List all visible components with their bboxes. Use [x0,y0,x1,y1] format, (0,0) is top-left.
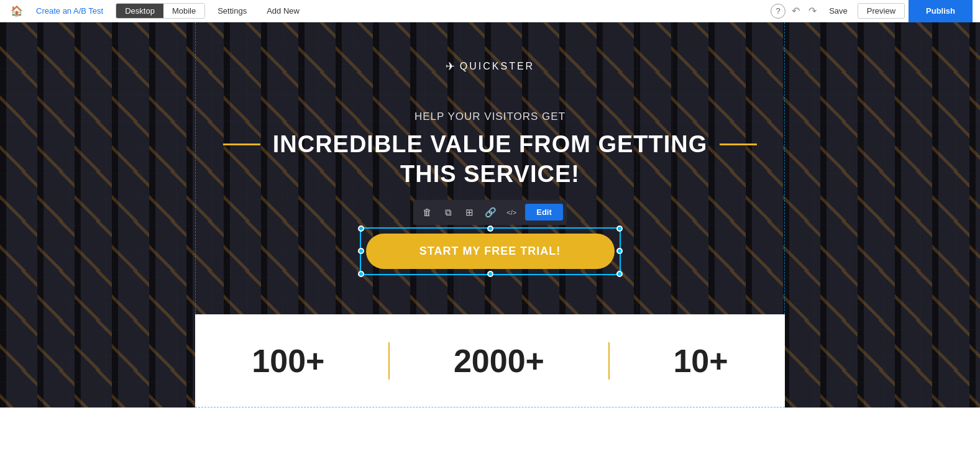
stat-value-3: 10+ [673,342,728,380]
logo-icon: ✈ [446,60,455,73]
stat-item-3: 10+ [673,342,728,380]
view-mode-group: Desktop Mobile [116,3,205,19]
handle-top-middle[interactable] [487,225,493,232]
undo-button[interactable]: ↶ [789,2,802,19]
save-button[interactable]: Save [823,4,854,18]
stat-item-1: 100+ [252,342,324,380]
publish-button[interactable]: Publish [909,0,973,22]
hero-subheadline: HELP YOUR VISITORS GET [414,111,566,123]
handle-top-right[interactable] [616,225,623,232]
handle-middle-left[interactable] [358,248,364,254]
code-icon: </> [506,209,516,216]
link-tool-button[interactable]: 🔗 [480,203,500,222]
desktop-view-button[interactable]: Desktop [116,4,163,18]
element-toolbar: 🗑 ⧉ ⊞ 🔗 </> Edit [413,200,567,225]
edit-tool-button[interactable]: Edit [525,204,563,221]
duplicate-icon: ⧉ [445,207,452,218]
preview-button[interactable]: Preview [858,3,905,19]
help-button[interactable]: ? [771,4,785,19]
topbar: 🏠 Create an A/B Test Desktop Mobile Sett… [0,0,980,22]
ab-test-link[interactable]: Create an A/B Test [31,6,108,16]
canvas-area: ✈ QUICKSTER HELP YOUR VISITORS GET INCRE… [0,22,980,469]
cta-button[interactable]: START MY FREE TRIAL! [366,234,615,269]
hero-content: ✈ QUICKSTER HELP YOUR VISITORS GET INCRE… [0,22,980,269]
logo-text: QUICKSTER [460,61,534,72]
redo-button[interactable]: ↷ [806,2,819,19]
handle-middle-right[interactable] [616,248,623,254]
stat-value-1: 100+ [252,342,324,380]
hero-headline-row1: INCREDIBLE VALUE FROM GETTING [223,132,758,158]
delete-tool-button[interactable]: 🗑 [417,203,437,222]
settings-button[interactable]: Settings [210,4,254,18]
bottom-guide-line [195,407,785,408]
home-button[interactable]: 🏠 [7,2,26,20]
logo-area: ✈ QUICKSTER [446,60,534,73]
home-icon: 🏠 [11,5,23,17]
move-icon: ⊞ [465,207,474,218]
mobile-view-button[interactable]: Mobile [163,4,204,18]
hero-headline-line1: INCREDIBLE VALUE FROM GETTING [273,132,708,158]
stat-value-2: 2000+ [454,342,544,380]
move-tool-button[interactable]: ⊞ [459,203,479,222]
headline-left-line [223,143,260,145]
link-icon: 🔗 [485,207,497,218]
add-new-button[interactable]: Add New [259,4,307,18]
hero-section: ✈ QUICKSTER HELP YOUR VISITORS GET INCRE… [0,22,980,408]
stat-item-2: 2000+ [454,342,544,380]
trash-icon: 🗑 [423,207,432,217]
stat-divider-2 [608,342,610,380]
hero-headline-line2: THIS SERVICE! [400,162,580,188]
stat-divider-1 [388,342,390,380]
duplicate-tool-button[interactable]: ⧉ [438,203,458,222]
stats-section: 100+ 2000+ 10+ [195,314,785,408]
handle-top-left[interactable] [358,225,364,232]
code-tool-button[interactable]: </> [501,203,521,222]
topbar-right: ? ↶ ↷ Save Preview Publish [771,0,973,22]
cta-container: START MY FREE TRIAL! [366,234,615,269]
headline-right-line [720,143,757,145]
